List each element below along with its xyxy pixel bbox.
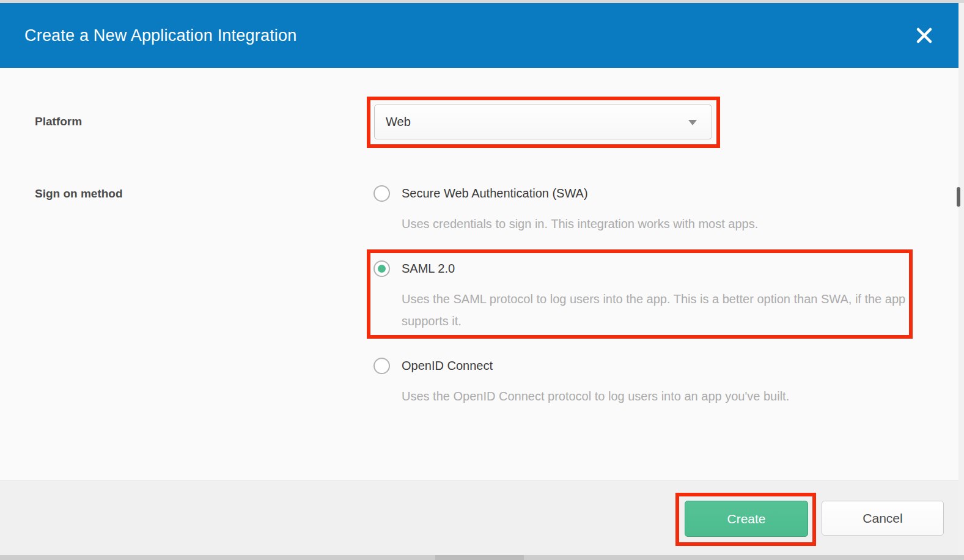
chevron-down-icon bbox=[688, 120, 697, 125]
window-bottom-edge-shadow bbox=[435, 555, 524, 560]
radio-openid[interactable] bbox=[373, 358, 390, 374]
radio-saml-label[interactable]: SAML 2.0 bbox=[402, 262, 455, 276]
scrollbar-thumb[interactable] bbox=[957, 187, 960, 207]
platform-select-value: Web bbox=[386, 105, 411, 139]
scrollbar-track bbox=[958, 0, 964, 560]
close-icon[interactable] bbox=[915, 26, 933, 45]
radio-swa-description: Uses credentials to sign in. This integr… bbox=[402, 213, 952, 235]
create-button[interactable]: Create bbox=[685, 501, 808, 537]
platform-label: Platform bbox=[35, 115, 82, 128]
window-top-edge bbox=[0, 0, 964, 3]
radio-saml[interactable] bbox=[373, 260, 390, 277]
radio-swa-label[interactable]: Secure Web Authentication (SWA) bbox=[402, 186, 588, 201]
modal-header: Create a New Application Integration bbox=[0, 3, 958, 68]
cancel-button[interactable]: Cancel bbox=[822, 501, 944, 536]
radio-saml-description: Uses the SAML protocol to log users into… bbox=[402, 288, 909, 332]
create-application-integration-modal: Create a New Application Integration Pla… bbox=[0, 0, 964, 560]
platform-select[interactable]: Web bbox=[374, 105, 712, 139]
radio-swa[interactable] bbox=[373, 185, 390, 202]
modal-title: Create a New Application Integration bbox=[24, 3, 296, 68]
radio-openid-label[interactable]: OpenID Connect bbox=[402, 359, 493, 373]
modal-footer bbox=[0, 481, 964, 556]
radio-openid-description: Uses the OpenID Connect protocol to log … bbox=[402, 385, 952, 407]
sign-on-method-label: Sign on method bbox=[35, 187, 123, 201]
